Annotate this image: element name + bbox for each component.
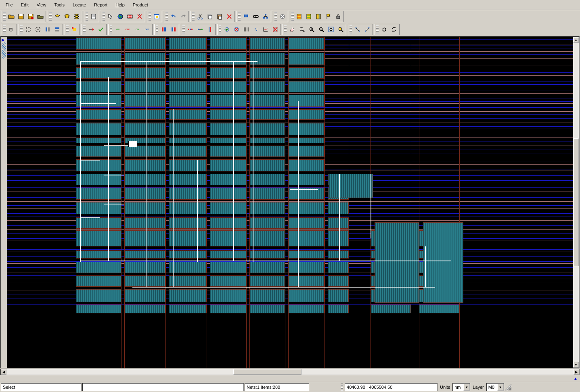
toolbar-row-2: + ON OFF ON OFF N — [0, 23, 580, 36]
marker-icon: ▶ — [2, 38, 5, 42]
layer-select[interactable]: M0 ▼ — [486, 383, 504, 391]
measure-2-button[interactable] — [304, 12, 314, 21]
svg-rect-23 — [218, 14, 221, 15]
v-scroll-track[interactable] — [573, 43, 579, 362]
zoom-out-button[interactable] — [316, 25, 326, 34]
dropdown-icon[interactable]: ▼ — [497, 384, 504, 391]
menu-view[interactable]: View — [33, 1, 50, 9]
net-button[interactable]: N — [251, 25, 261, 34]
select-col-button[interactable] — [43, 25, 52, 34]
vertex-1-button[interactable] — [353, 25, 362, 34]
drc-error-button[interactable] — [232, 25, 241, 34]
delete-arrow-button[interactable] — [135, 12, 144, 21]
hierarchy-button[interactable] — [261, 12, 270, 21]
check-button[interactable] — [96, 25, 106, 34]
route-arrow-button[interactable] — [86, 25, 96, 34]
menu-tools[interactable]: Tools — [50, 1, 69, 9]
refresh-button[interactable] — [379, 25, 389, 34]
barcode-button[interactable] — [241, 25, 251, 34]
select-row-button[interactable] — [52, 25, 62, 34]
grid-button[interactable] — [125, 12, 135, 21]
stop-button[interactable] — [278, 12, 287, 21]
layout-canvas[interactable] — [7, 37, 573, 368]
resize-grip[interactable] — [505, 384, 511, 390]
spread-net-button[interactable] — [195, 25, 205, 34]
units-select[interactable]: nm ▼ — [452, 383, 470, 391]
horizontal-scrollbar[interactable]: ◀ ▶ — [0, 369, 580, 375]
info-field: Nets:1 Items:280 — [245, 383, 309, 391]
undo-button[interactable] — [169, 12, 178, 21]
eraser-button[interactable] — [287, 25, 297, 34]
select-add-button[interactable]: + — [33, 25, 43, 34]
align-c1-button[interactable] — [159, 25, 169, 34]
svg-rect-38 — [307, 14, 311, 19]
svg-rect-40 — [337, 16, 340, 19]
menu-help[interactable]: Help — [111, 1, 129, 9]
zoom-button[interactable] — [297, 25, 307, 34]
menu-product[interactable]: Product — [129, 1, 152, 9]
cut-button[interactable] — [195, 12, 205, 21]
toolbar-row-1 — [0, 10, 580, 23]
dropdown-icon[interactable]: ▼ — [463, 384, 470, 391]
chart-button[interactable] — [261, 25, 270, 34]
disable-button[interactable] — [270, 25, 280, 34]
globe-button[interactable] — [115, 12, 125, 21]
toggle-on-2-button[interactable]: ON — [132, 25, 142, 34]
zoom-in-button[interactable] — [307, 25, 316, 34]
lock-button[interactable] — [333, 12, 343, 21]
hand-button[interactable] — [6, 25, 16, 34]
measure-3-button[interactable] — [314, 12, 324, 21]
svg-rect-50 — [162, 27, 163, 31]
layer-1-button[interactable] — [52, 12, 62, 21]
highlight-button[interactable] — [69, 25, 79, 34]
menu-locate[interactable]: Locate — [69, 1, 90, 9]
h-scroll-thumb[interactable] — [233, 369, 302, 375]
svg-rect-55 — [190, 29, 191, 30]
layer-2-button[interactable] — [62, 12, 72, 21]
save-button[interactable] — [16, 12, 26, 21]
scroll-right-button[interactable]: ▶ — [574, 369, 579, 375]
layer-3-button[interactable] — [72, 12, 82, 21]
redo-button[interactable] — [178, 12, 188, 21]
menu-report[interactable]: Report — [90, 1, 111, 9]
window-button[interactable] — [152, 12, 161, 21]
paste-button[interactable] — [215, 12, 224, 21]
scroll-down-button[interactable]: ▼ — [573, 362, 579, 367]
measure-1-button[interactable] — [295, 12, 304, 21]
menu-file[interactable]: File — [2, 1, 17, 9]
svg-rect-49 — [72, 27, 73, 29]
spread-v-button[interactable] — [205, 25, 215, 34]
select-rect-button[interactable] — [23, 25, 33, 34]
flag-button[interactable] — [324, 12, 333, 21]
menu-edit[interactable]: Edit — [17, 1, 33, 9]
delete-button[interactable] — [224, 12, 234, 21]
refresh-all-button[interactable] — [389, 25, 399, 34]
zoom-fit-button[interactable] — [326, 25, 336, 34]
zoom-sel-button[interactable] — [336, 25, 345, 34]
toggle-off-1-button[interactable]: OFF — [123, 25, 132, 34]
svg-rect-24 — [219, 16, 222, 19]
scroll-up-button[interactable]: ▲ — [573, 37, 579, 43]
vertical-scrollbar[interactable]: ▲ ▼ — [573, 37, 579, 368]
toggle-off-2-button[interactable]: OFF — [142, 25, 152, 34]
doc-button[interactable] — [89, 12, 98, 21]
expand-up-icon[interactable]: ▲ — [574, 376, 578, 381]
svg-point-58 — [201, 29, 203, 30]
close-button[interactable] — [36, 12, 45, 21]
toggle-on-1-button[interactable]: ON — [113, 25, 123, 34]
vertex-2-button[interactable] — [362, 25, 372, 34]
spread-h-button[interactable] — [186, 25, 195, 34]
svg-rect-37 — [297, 14, 301, 19]
chain-button[interactable] — [251, 12, 261, 21]
v-scroll-thumb[interactable] — [573, 138, 579, 266]
copy-button[interactable] — [205, 12, 215, 21]
save-db-button[interactable] — [26, 12, 36, 21]
open-button[interactable] — [6, 12, 16, 21]
align-c2-button[interactable] — [169, 25, 178, 34]
pointer-button[interactable] — [106, 12, 115, 21]
array-button[interactable] — [241, 12, 251, 21]
svg-rect-41 — [26, 27, 30, 31]
h-scroll-track[interactable] — [6, 369, 574, 375]
scroll-left-button[interactable]: ◀ — [1, 369, 6, 375]
drc-check-button[interactable] — [222, 25, 232, 34]
